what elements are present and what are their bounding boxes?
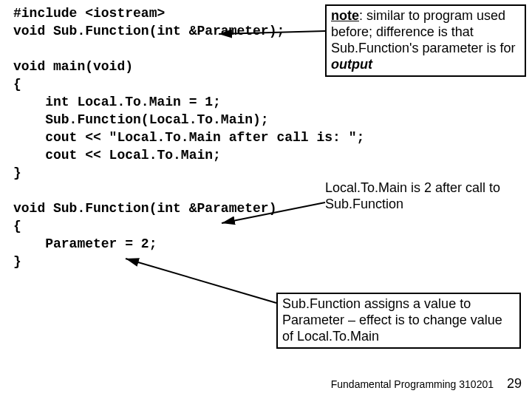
note-text: Local.To.Main is 2 after call to Sub.Fun… [325,180,500,211]
note-label: note [331,8,359,23]
note-box-1: note: similar to program used before; di… [325,4,526,77]
code-line: cout << "Local.To.Main after call is: "; [13,130,364,145]
code-line: { [13,77,21,92]
code-block: #include <iostream> void Sub.Function(in… [13,4,364,270]
code-line: { [13,219,21,233]
code-line: } [13,254,21,269]
code-line: #include <iostream> [13,6,165,21]
code-line: void Sub.Function(int &Parameter); [13,24,284,38]
code-line: void main(void) [13,59,133,74]
code-line: void Sub.Function(int &Parameter) [13,201,276,216]
footer-text: Fundamental Programming 310201 [331,378,494,390]
note-output-word: output [331,57,372,72]
code-line: cout << Local.To.Main; [13,148,221,163]
code-line: Sub.Function(Local.To.Main); [13,112,269,127]
note-text: : similar to program used before; differ… [331,8,516,55]
note-box-2: Local.To.Main is 2 after call to Sub.Fun… [325,180,514,212]
code-line: int Local.To.Main = 1; [13,95,221,109]
code-line: } [13,166,21,180]
page-number: 29 [507,376,522,392]
note-box-3: Sub.Function assigns a value to Paramete… [276,293,521,349]
code-line: Parameter = 2; [13,236,157,251]
note-text: Sub.Function assigns a value to Paramete… [282,296,502,344]
